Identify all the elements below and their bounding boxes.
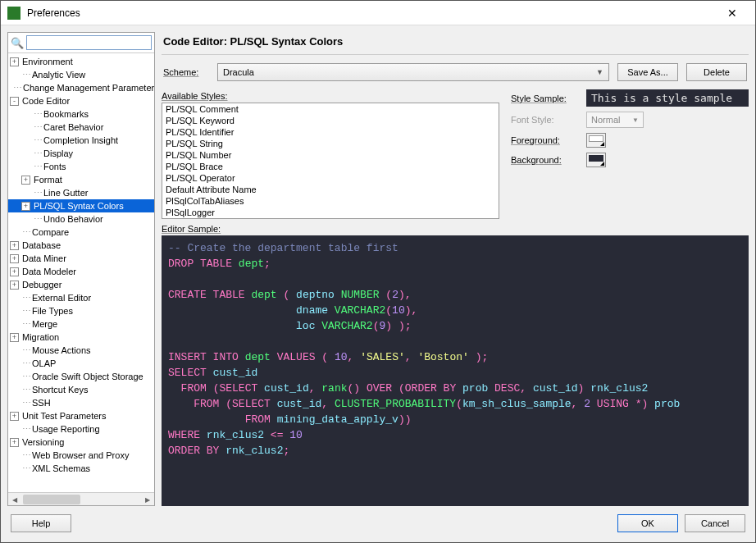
- search-input[interactable]: [26, 35, 152, 50]
- nav-item[interactable]: ⋯Bookmarks: [8, 107, 154, 121]
- scroll-left-icon[interactable]: ◀: [8, 493, 21, 506]
- style-list-item[interactable]: PlSqlLogger: [162, 207, 499, 218]
- nav-item[interactable]: ⋯OLAP: [8, 357, 154, 370]
- nav-item[interactable]: +Format: [8, 173, 154, 186]
- nav-item[interactable]: ⋯Display: [8, 147, 154, 160]
- footer-spacer: [78, 514, 611, 532]
- expand-icon[interactable]: +: [10, 267, 19, 276]
- nav-item-label: Caret Behavior: [43, 122, 103, 132]
- expand-icon[interactable]: +: [21, 202, 30, 211]
- preview-column: Style Sample: This is a style sample Fon…: [511, 89, 749, 219]
- tree-dots-icon: ⋯: [22, 227, 30, 238]
- scroll-right-icon[interactable]: ▶: [141, 493, 154, 506]
- nav-item-label: Undo Behavior: [43, 214, 103, 224]
- nav-item[interactable]: +Data Modeler: [8, 265, 154, 278]
- help-button[interactable]: Help: [11, 514, 71, 532]
- nav-item[interactable]: ⋯XML Schemas: [8, 462, 154, 475]
- nav-item-label: Debugger: [22, 280, 61, 290]
- expand-icon[interactable]: +: [10, 57, 19, 66]
- nav-item-label: Data Modeler: [22, 267, 76, 276]
- nav-item[interactable]: ⋯Change Management Parameters: [8, 81, 154, 94]
- nav-item[interactable]: +Migration: [8, 331, 154, 344]
- nav-item[interactable]: +PL/SQL Syntax Colors: [8, 199, 154, 212]
- tree-dots-icon: ⋯: [22, 306, 30, 317]
- background-color-picker[interactable]: [586, 153, 606, 167]
- nav-item[interactable]: ⋯Undo Behavior: [8, 212, 154, 226]
- tree-dots-icon: ⋯: [22, 398, 30, 408]
- nav-item[interactable]: -Code Editor: [8, 94, 154, 107]
- nav-item[interactable]: +Data Miner: [8, 252, 154, 265]
- nav-item[interactable]: ⋯Analytic View: [8, 68, 154, 81]
- style-list-item[interactable]: PL/SQL Comment: [162, 103, 499, 115]
- expand-icon[interactable]: +: [10, 412, 19, 421]
- scheme-value: Dracula: [223, 67, 254, 77]
- nav-item[interactable]: ⋯Merge: [8, 317, 154, 331]
- foreground-color-picker[interactable]: [586, 133, 606, 148]
- style-config-row: Available Styles: PL/SQL CommentPL/SQL K…: [162, 89, 749, 219]
- nav-item[interactable]: ⋯Oracle Swift Object Storage: [8, 370, 154, 383]
- style-list-item[interactable]: PL/SQL String: [162, 138, 499, 149]
- nav-item[interactable]: ⋯External Editor: [8, 291, 154, 304]
- nav-item[interactable]: ⋯File Types: [8, 304, 154, 317]
- nav-item[interactable]: ⋯Fonts: [8, 160, 154, 173]
- content: 🔍 +Environment⋯Analytic View⋯Change Mana…: [1, 25, 755, 542]
- expand-icon[interactable]: +: [10, 254, 19, 263]
- style-list-item[interactable]: PL/SQL Number: [162, 149, 499, 161]
- main-area: 🔍 +Environment⋯Analytic View⋯Change Mana…: [7, 32, 749, 506]
- style-list-item[interactable]: PL/SQL Identifier: [162, 126, 499, 138]
- expand-icon[interactable]: +: [10, 333, 19, 342]
- nav-pane: 🔍 +Environment⋯Analytic View⋯Change Mana…: [7, 32, 155, 506]
- nav-item[interactable]: ⋯Compare: [8, 226, 154, 239]
- nav-item-label: PL/SQL Syntax Colors: [34, 201, 124, 211]
- save-as-button[interactable]: Save As...: [617, 63, 678, 81]
- ok-button[interactable]: OK: [617, 514, 678, 532]
- nav-item[interactable]: +Versioning: [8, 436, 154, 449]
- expand-icon[interactable]: +: [10, 281, 19, 290]
- scheme-select[interactable]: Dracula ▼: [217, 63, 609, 81]
- scroll-thumb[interactable]: [23, 495, 80, 504]
- style-list-item[interactable]: PL/SQL Brace: [162, 161, 499, 172]
- nav-item-label: Unit Test Parameters: [22, 411, 107, 421]
- available-styles-list[interactable]: PL/SQL CommentPL/SQL KeywordPL/SQL Ident…: [162, 103, 499, 219]
- nav-item[interactable]: +Database: [8, 239, 154, 252]
- nav-tree-scroll[interactable]: +Environment⋯Analytic View⋯Change Manage…: [8, 53, 154, 492]
- tree-dots-icon: ⋯: [34, 109, 42, 120]
- expand-icon[interactable]: +: [10, 241, 19, 250]
- window-title: Preferences: [27, 7, 716, 19]
- nav-item-label: Usage Reporting: [32, 424, 100, 434]
- tree-dots-icon: ⋯: [22, 424, 30, 435]
- font-style-row: Font Style: Normal ▼: [511, 112, 749, 128]
- cancel-button[interactable]: Cancel: [685, 514, 745, 532]
- style-list-item[interactable]: PlSqlColTabAliases: [162, 195, 499, 207]
- nav-item-label: Line Gutter: [43, 188, 88, 198]
- close-button[interactable]: ✕: [716, 2, 749, 25]
- nav-item[interactable]: ⋯Web Browser and Proxy: [8, 449, 154, 462]
- expand-icon[interactable]: +: [10, 438, 19, 447]
- nav-item[interactable]: +Unit Test Parameters: [8, 409, 154, 422]
- chevron-down-icon: ▼: [596, 68, 603, 76]
- nav-item[interactable]: ⋯Mouse Actions: [8, 344, 154, 357]
- tree-dots-icon: ⋯: [34, 135, 42, 146]
- nav-item-label: Migration: [22, 332, 59, 342]
- nav-item[interactable]: +Debugger: [8, 278, 154, 291]
- nav-item[interactable]: ⋯Completion Insight: [8, 134, 154, 147]
- search-icon: 🔍: [11, 36, 24, 49]
- tree-dots-icon: ⋯: [34, 148, 42, 159]
- nav-item[interactable]: ⋯Line Gutter: [8, 186, 154, 199]
- nav-item[interactable]: ⋯Shortcut Keys: [8, 383, 154, 396]
- nav-hscrollbar[interactable]: ◀ ▶: [8, 492, 154, 505]
- delete-button[interactable]: Delete: [686, 63, 747, 81]
- collapse-icon[interactable]: -: [10, 97, 19, 106]
- expand-icon[interactable]: +: [21, 176, 30, 185]
- chevron-down-icon: ▼: [632, 116, 639, 124]
- nav-item[interactable]: ⋯Usage Reporting: [8, 422, 154, 436]
- nav-item[interactable]: +Environment: [8, 55, 154, 68]
- nav-item[interactable]: ⋯Caret Behavior: [8, 121, 154, 134]
- style-list-item[interactable]: PL/SQL Operator: [162, 172, 499, 184]
- style-list-item[interactable]: PL/SQL Keyword: [162, 115, 499, 126]
- nav-item-label: OLAP: [32, 358, 56, 368]
- nav-item[interactable]: ⋯SSH: [8, 396, 154, 409]
- style-sample-row: Style Sample: This is a style sample: [511, 89, 749, 107]
- foreground-label: Foreground:: [511, 135, 576, 145]
- style-list-item[interactable]: Default Attribute Name: [162, 184, 499, 195]
